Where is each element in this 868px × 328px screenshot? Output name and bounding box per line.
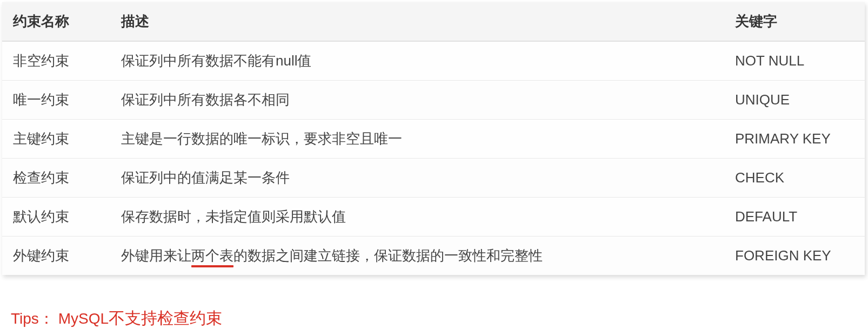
cell-name: 非空约束 xyxy=(2,41,110,81)
cell-desc: 保证列中所有数据各不相同 xyxy=(110,81,724,120)
cell-desc: 保存数据时，未指定值则采用默认值 xyxy=(110,198,724,237)
cell-name: 默认约束 xyxy=(2,198,110,237)
tips-prefix: Tips： xyxy=(11,310,58,327)
cell-keyword: DEFAULT xyxy=(724,198,865,237)
cell-name: 检查约束 xyxy=(2,159,110,198)
header-desc: 描述 xyxy=(110,2,724,41)
cell-name: 主键约束 xyxy=(2,120,110,159)
table-row: 外键约束 外键用来让两个表的数据之间建立链接，保证数据的一致性和完整性 FORE… xyxy=(2,237,865,275)
tips-rest: 不支持检查约束 xyxy=(109,309,222,327)
header-name: 约束名称 xyxy=(2,2,110,41)
header-keyword: 关键字 xyxy=(724,2,865,41)
cell-keyword: FOREIGN KEY xyxy=(724,237,865,275)
desc-post: 的数据之间建立链接，保证数据的一致性和完整性 xyxy=(233,247,543,264)
cell-name: 外键约束 xyxy=(2,237,110,275)
cell-keyword: NOT NULL xyxy=(724,41,865,81)
cell-keyword: UNIQUE xyxy=(724,81,865,120)
table-header-row: 约束名称 描述 关键字 xyxy=(2,2,865,41)
table-row: 默认约束 保存数据时，未指定值则采用默认值 DEFAULT xyxy=(2,198,865,237)
cell-keyword: CHECK xyxy=(724,159,865,198)
cell-desc: 保证列中所有数据不能有null值 xyxy=(110,41,724,81)
desc-pre: 外键用来让 xyxy=(121,247,191,264)
table-row: 唯一约束 保证列中所有数据各不相同 UNIQUE xyxy=(2,81,865,120)
cell-desc: 主键是一行数据的唯一标识，要求非空且唯一 xyxy=(110,120,724,159)
cell-desc: 保证列中的值满足某一条件 xyxy=(110,159,724,198)
cell-desc: 外键用来让两个表的数据之间建立链接，保证数据的一致性和完整性 xyxy=(110,237,724,275)
table-row: 检查约束 保证列中的值满足某一条件 CHECK xyxy=(2,159,865,198)
tips-text: Tips： MySQL不支持检查约束 xyxy=(11,307,868,328)
table-row: 主键约束 主键是一行数据的唯一标识，要求非空且唯一 PRIMARY KEY xyxy=(2,120,865,159)
cell-keyword: PRIMARY KEY xyxy=(724,120,865,159)
tips-main: MySQL xyxy=(58,310,109,327)
constraints-table: 约束名称 描述 关键字 非空约束 保证列中所有数据不能有null值 NOT NU… xyxy=(2,2,865,275)
cell-name: 唯一约束 xyxy=(2,81,110,120)
constraints-table-container: 约束名称 描述 关键字 非空约束 保证列中所有数据不能有null值 NOT NU… xyxy=(2,2,865,275)
desc-underlined: 两个表 xyxy=(191,246,233,265)
table-row: 非空约束 保证列中所有数据不能有null值 NOT NULL xyxy=(2,41,865,81)
